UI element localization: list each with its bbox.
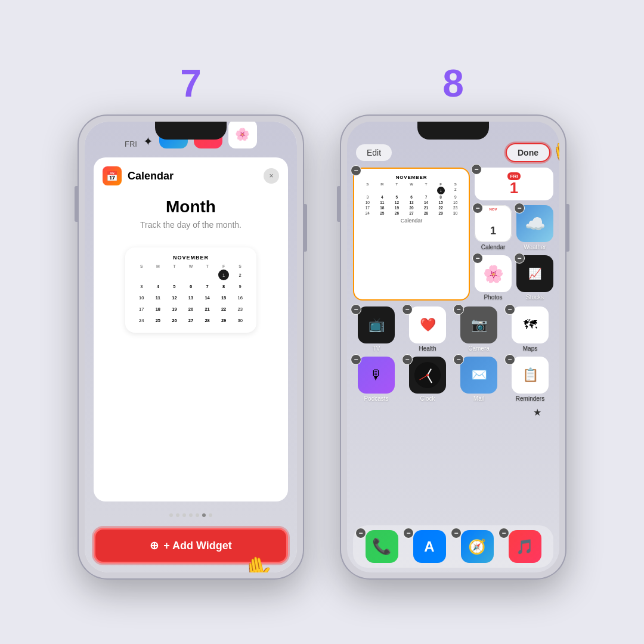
cal-day-21: 21 bbox=[202, 304, 213, 314]
widget-panel: 📅 Calendar × Month Track the day of the … bbox=[94, 157, 288, 501]
dot-4 bbox=[189, 513, 193, 517]
app-cell-stocks: − 📈 Stocks bbox=[516, 255, 553, 301]
minus-badge-cal[interactable]: − bbox=[351, 165, 361, 176]
cal-day-26: 26 bbox=[169, 315, 179, 326]
minus-badge-tv[interactable]: − bbox=[351, 304, 361, 315]
camera-app-label: Camera bbox=[468, 345, 490, 352]
cal-day-3: 3 bbox=[136, 281, 147, 292]
minus-badge-camera[interactable]: − bbox=[453, 304, 464, 315]
cal-day-20: 20 bbox=[185, 304, 196, 314]
close-button[interactable]: × bbox=[264, 168, 279, 184]
reminders-app-icon[interactable]: 📋 bbox=[512, 357, 549, 394]
cal-hd-f: F bbox=[216, 264, 232, 269]
calendar-widget-preview: NOVEMBER S M T W T F S bbox=[125, 247, 256, 333]
health-app-label: Health bbox=[419, 345, 436, 352]
sparkle-icon-7: ✦ bbox=[143, 134, 153, 148]
cal-day-empty2 bbox=[153, 270, 163, 280]
cal-hd-s2: S bbox=[232, 264, 248, 269]
minus-badge-phone[interactable]: − bbox=[355, 528, 366, 538]
cal-day-6: 6 bbox=[185, 281, 196, 292]
app-row-4: − 🎙 Podcasts − bbox=[353, 357, 553, 402]
stocks-app-label: Stocks bbox=[526, 294, 544, 301]
camera-app-icon[interactable]: 📷 bbox=[460, 306, 497, 343]
main-container: 7 FRI ✦ 🌸 📅 bbox=[54, 41, 590, 603]
app-cell-maps: − 🗺 Maps bbox=[507, 306, 553, 352]
date-number: 1 bbox=[510, 180, 518, 196]
minus-badge-health[interactable]: − bbox=[402, 304, 413, 315]
cal-widget-label: Calendar bbox=[360, 218, 463, 224]
minus-badge-podcasts[interactable]: − bbox=[351, 354, 361, 365]
done-button[interactable]: Done bbox=[506, 143, 550, 162]
dock: − 📞 − A − 🧭 − 🎵 bbox=[353, 525, 553, 568]
edit-button[interactable]: Edit bbox=[356, 144, 392, 161]
cal-day-24: 24 bbox=[136, 315, 147, 326]
cal-day-16: 16 bbox=[235, 292, 246, 303]
minus-badge-weather[interactable]: − bbox=[514, 203, 525, 213]
cal-grid-7: S M T W T F S bbox=[134, 264, 248, 326]
health-app-icon[interactable]: ❤️ bbox=[409, 306, 446, 343]
minus-badge-safari[interactable]: − bbox=[451, 528, 462, 538]
cal-hd-w: W bbox=[183, 264, 199, 269]
app-cell-mail: − ✉️ Mail bbox=[456, 357, 502, 402]
dot-6-active bbox=[202, 513, 206, 517]
maps-app-icon[interactable]: 🗺 bbox=[512, 306, 549, 343]
minus-badge-music[interactable]: − bbox=[499, 528, 509, 538]
panel-header: 📅 Calendar × bbox=[103, 166, 279, 185]
calendar-app-label: Calendar bbox=[481, 244, 506, 250]
cal-month-8: NOVEMBER bbox=[360, 175, 463, 180]
step-8-number: 8 bbox=[442, 64, 464, 103]
minus-badge-mail[interactable]: − bbox=[453, 354, 464, 365]
cal-hd-t: T bbox=[166, 264, 182, 269]
minus-badge-photos[interactable]: − bbox=[472, 253, 483, 264]
cal-grid-8: SMTWTFS 12 3456789 10111213141516 171819… bbox=[360, 182, 463, 216]
cal-day-12: 12 bbox=[169, 292, 179, 303]
app-cell-photos: − 🌸 Photos bbox=[475, 255, 512, 301]
cal-day-empty3 bbox=[169, 270, 179, 280]
minus-badge-reminders[interactable]: − bbox=[504, 354, 515, 365]
app-row-3: − 📺 TV − ❤️ Health − 📷 bbox=[353, 306, 553, 352]
dot-5 bbox=[196, 513, 199, 517]
tv-app-label: TV bbox=[373, 345, 380, 352]
mail-app-icon[interactable]: ✉️ bbox=[460, 357, 497, 394]
cal-day-2: 2 bbox=[235, 270, 246, 280]
weather-app-label: Weather bbox=[524, 244, 546, 250]
app-cell-weather: − ☁️ Weather bbox=[516, 205, 553, 250]
minus-badge-clock[interactable]: − bbox=[402, 354, 413, 365]
fri-label-7: FRI bbox=[125, 140, 137, 148]
cal-day-27: 27 bbox=[185, 315, 196, 326]
cal-day-1: 1 bbox=[218, 270, 229, 280]
podcasts-app-icon[interactable]: 🎙 bbox=[358, 357, 395, 394]
clock-app-icon[interactable] bbox=[409, 357, 446, 394]
safari-icon[interactable]: 🧭 bbox=[461, 530, 494, 563]
iphone-7: FRI ✦ 🌸 📅 Calendar × Month bbox=[78, 114, 304, 580]
minus-badge-maps[interactable]: − bbox=[504, 304, 515, 315]
step-7-number: 7 bbox=[180, 64, 202, 103]
cal-day-25: 25 bbox=[153, 315, 163, 326]
dock-music: − 🎵 bbox=[501, 530, 549, 563]
notch-8 bbox=[417, 122, 489, 140]
phone-app-icon[interactable]: 📞 bbox=[366, 530, 398, 563]
star-icon: ★ bbox=[533, 407, 541, 418]
cursor-hand-8: 🤚 bbox=[547, 137, 559, 168]
cal-day-13: 13 bbox=[185, 292, 196, 303]
app-cell-clock: − Clock bbox=[404, 357, 451, 402]
cal-hd-m: M bbox=[150, 264, 166, 269]
appstore-icon[interactable]: A bbox=[413, 530, 446, 563]
dock-safari: − 🧭 bbox=[453, 530, 501, 563]
maps-app-label: Maps bbox=[523, 345, 537, 352]
tv-app-icon[interactable]: 📺 bbox=[358, 306, 395, 343]
panel-title: Calendar bbox=[128, 170, 258, 182]
app-cell-tv: − 📺 TV bbox=[353, 306, 400, 352]
minus-badge-calendar-app[interactable]: − bbox=[472, 203, 483, 213]
step-7: 7 FRI ✦ 🌸 📅 bbox=[78, 64, 304, 580]
step-8: 8 Edit Done 🤚 bbox=[340, 64, 566, 580]
app-row-cal-weather: − NOV 1 Calendar bbox=[475, 205, 553, 250]
clock-face bbox=[414, 362, 441, 388]
cal-day-10: 10 bbox=[136, 292, 147, 303]
minus-badge-stocks[interactable]: − bbox=[514, 253, 525, 264]
minus-badge-date[interactable]: − bbox=[471, 164, 482, 175]
cal-day-empty4 bbox=[185, 270, 196, 280]
minus-badge-appstore[interactable]: − bbox=[403, 528, 414, 538]
music-icon[interactable]: 🎵 bbox=[509, 530, 541, 563]
calendar-widget-large: − NOVEMBER SMTWTFS 12 3456789 1011121314… bbox=[353, 168, 470, 301]
